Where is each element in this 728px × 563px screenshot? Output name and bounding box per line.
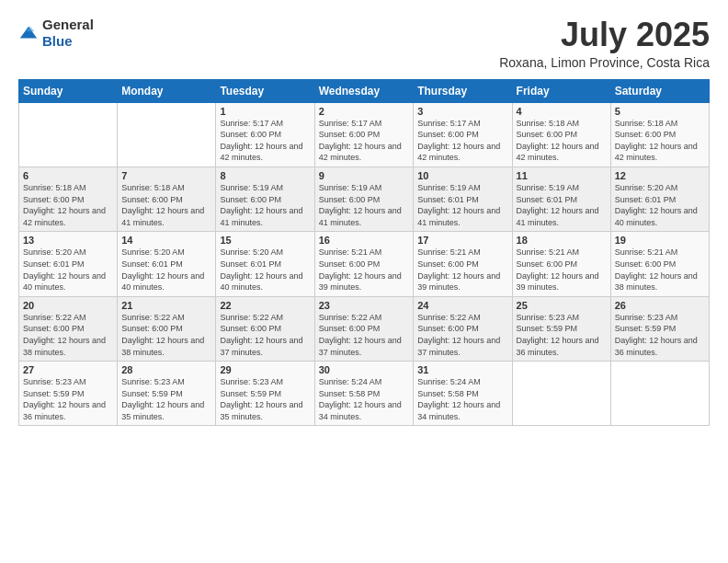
calendar-cell: 5Sunrise: 5:18 AM Sunset: 6:00 PM Daylig… [610, 102, 709, 167]
day-info: Sunrise: 5:20 AM Sunset: 6:01 PM Dayligh… [121, 247, 211, 293]
day-info: Sunrise: 5:23 AM Sunset: 5:59 PM Dayligh… [220, 376, 310, 422]
day-info: Sunrise: 5:21 AM Sunset: 6:00 PM Dayligh… [517, 247, 607, 293]
day-info: Sunrise: 5:19 AM Sunset: 6:01 PM Dayligh… [417, 182, 507, 228]
calendar-cell: 14Sunrise: 5:20 AM Sunset: 6:01 PM Dayli… [118, 232, 216, 296]
calendar-cell: 25Sunrise: 5:23 AM Sunset: 5:59 PM Dayli… [512, 296, 610, 361]
day-info: Sunrise: 5:23 AM Sunset: 5:59 PM Dayligh… [615, 312, 705, 358]
day-number: 30 [319, 364, 410, 375]
calendar-cell: 11Sunrise: 5:19 AM Sunset: 6:01 PM Dayli… [512, 167, 610, 231]
day-info: Sunrise: 5:22 AM Sunset: 6:00 PM Dayligh… [220, 312, 310, 358]
day-info: Sunrise: 5:18 AM Sunset: 6:00 PM Dayligh… [121, 182, 211, 228]
logo-blue: Blue [42, 33, 73, 49]
day-number: 10 [417, 170, 507, 181]
calendar-week-row: 27Sunrise: 5:23 AM Sunset: 5:59 PM Dayli… [19, 362, 710, 426]
calendar-cell: 26Sunrise: 5:23 AM Sunset: 5:59 PM Dayli… [610, 296, 709, 361]
calendar-cell [512, 362, 610, 426]
calendar-week-row: 1Sunrise: 5:17 AM Sunset: 6:00 PM Daylig… [19, 102, 710, 167]
day-number: 28 [121, 364, 211, 375]
logo-icon [18, 23, 39, 43]
day-info: Sunrise: 5:22 AM Sunset: 6:00 PM Dayligh… [417, 312, 507, 358]
day-number: 23 [319, 300, 410, 311]
col-saturday: Saturday [610, 79, 709, 102]
col-sunday: Sunday [19, 79, 118, 102]
day-number: 18 [517, 235, 607, 246]
calendar-cell: 10Sunrise: 5:19 AM Sunset: 6:01 PM Dayli… [414, 167, 512, 231]
day-number: 19 [615, 235, 705, 246]
day-info: Sunrise: 5:22 AM Sunset: 6:00 PM Dayligh… [23, 312, 113, 358]
calendar-cell: 3Sunrise: 5:17 AM Sunset: 6:00 PM Daylig… [414, 102, 512, 167]
calendar-cell: 30Sunrise: 5:24 AM Sunset: 5:58 PM Dayli… [314, 362, 414, 426]
logo: General Blue [18, 17, 94, 50]
day-info: Sunrise: 5:23 AM Sunset: 5:59 PM Dayligh… [121, 376, 211, 422]
day-number: 1 [220, 106, 310, 117]
day-info: Sunrise: 5:23 AM Sunset: 5:59 PM Dayligh… [517, 312, 607, 358]
day-info: Sunrise: 5:19 AM Sunset: 6:00 PM Dayligh… [319, 182, 410, 228]
day-info: Sunrise: 5:22 AM Sunset: 6:00 PM Dayligh… [121, 312, 211, 358]
calendar-header-row: Sunday Monday Tuesday Wednesday Thursday… [19, 79, 710, 102]
subtitle: Roxana, Limon Province, Costa Rica [499, 55, 710, 70]
day-number: 15 [220, 235, 310, 246]
col-friday: Friday [512, 79, 610, 102]
day-info: Sunrise: 5:22 AM Sunset: 6:00 PM Dayligh… [319, 312, 410, 358]
calendar-cell: 21Sunrise: 5:22 AM Sunset: 6:00 PM Dayli… [118, 296, 216, 361]
day-number: 4 [517, 106, 607, 117]
day-info: Sunrise: 5:19 AM Sunset: 6:01 PM Dayligh… [517, 182, 607, 228]
title-block: July 2025 Roxana, Limon Province, Costa … [499, 17, 710, 70]
day-number: 5 [615, 106, 705, 117]
col-tuesday: Tuesday [216, 79, 314, 102]
calendar-cell: 13Sunrise: 5:20 AM Sunset: 6:01 PM Dayli… [19, 232, 118, 296]
calendar-cell: 6Sunrise: 5:18 AM Sunset: 6:00 PM Daylig… [19, 167, 118, 231]
calendar-cell: 27Sunrise: 5:23 AM Sunset: 5:59 PM Dayli… [19, 362, 118, 426]
svg-marker-0 [20, 27, 37, 39]
calendar-cell [610, 362, 709, 426]
day-number: 6 [23, 170, 113, 181]
day-number: 13 [23, 235, 113, 246]
day-number: 12 [615, 170, 705, 181]
day-info: Sunrise: 5:21 AM Sunset: 6:00 PM Dayligh… [417, 247, 507, 293]
day-info: Sunrise: 5:21 AM Sunset: 6:00 PM Dayligh… [319, 247, 410, 293]
calendar-cell: 15Sunrise: 5:20 AM Sunset: 6:01 PM Dayli… [216, 232, 314, 296]
day-info: Sunrise: 5:17 AM Sunset: 6:00 PM Dayligh… [417, 118, 507, 164]
calendar-cell: 12Sunrise: 5:20 AM Sunset: 6:01 PM Dayli… [610, 167, 709, 231]
day-number: 16 [319, 235, 410, 246]
day-info: Sunrise: 5:20 AM Sunset: 6:01 PM Dayligh… [220, 247, 310, 293]
day-number: 31 [417, 364, 507, 375]
calendar-cell: 9Sunrise: 5:19 AM Sunset: 6:00 PM Daylig… [314, 167, 414, 231]
day-info: Sunrise: 5:21 AM Sunset: 6:00 PM Dayligh… [615, 247, 705, 293]
day-info: Sunrise: 5:20 AM Sunset: 6:01 PM Dayligh… [23, 247, 113, 293]
col-monday: Monday [118, 79, 216, 102]
day-number: 22 [220, 300, 310, 311]
day-info: Sunrise: 5:24 AM Sunset: 5:58 PM Dayligh… [319, 376, 410, 422]
day-info: Sunrise: 5:17 AM Sunset: 6:00 PM Dayligh… [319, 118, 410, 164]
col-thursday: Thursday [414, 79, 512, 102]
calendar-cell: 31Sunrise: 5:24 AM Sunset: 5:58 PM Dayli… [414, 362, 512, 426]
col-wednesday: Wednesday [314, 79, 414, 102]
calendar-cell: 29Sunrise: 5:23 AM Sunset: 5:59 PM Dayli… [216, 362, 314, 426]
day-number: 17 [417, 235, 507, 246]
day-info: Sunrise: 5:24 AM Sunset: 5:58 PM Dayligh… [417, 376, 507, 422]
calendar-cell: 16Sunrise: 5:21 AM Sunset: 6:00 PM Dayli… [314, 232, 414, 296]
calendar-cell: 20Sunrise: 5:22 AM Sunset: 6:00 PM Dayli… [19, 296, 118, 361]
calendar-cell: 22Sunrise: 5:22 AM Sunset: 6:00 PM Dayli… [216, 296, 314, 361]
page: General Blue July 2025 Roxana, Limon Pro… [0, 0, 728, 563]
day-info: Sunrise: 5:18 AM Sunset: 6:00 PM Dayligh… [23, 182, 113, 228]
calendar-cell: 23Sunrise: 5:22 AM Sunset: 6:00 PM Dayli… [314, 296, 414, 361]
calendar-cell [118, 102, 216, 167]
day-number: 21 [121, 300, 211, 311]
day-number: 25 [517, 300, 607, 311]
day-number: 7 [121, 170, 211, 181]
day-number: 2 [319, 106, 410, 117]
day-info: Sunrise: 5:18 AM Sunset: 6:00 PM Dayligh… [615, 118, 705, 164]
day-number: 27 [23, 364, 113, 375]
calendar-cell: 2Sunrise: 5:17 AM Sunset: 6:00 PM Daylig… [314, 102, 414, 167]
day-number: 14 [121, 235, 211, 246]
day-info: Sunrise: 5:19 AM Sunset: 6:00 PM Dayligh… [220, 182, 310, 228]
calendar-cell: 18Sunrise: 5:21 AM Sunset: 6:00 PM Dayli… [512, 232, 610, 296]
calendar-cell: 24Sunrise: 5:22 AM Sunset: 6:00 PM Dayli… [414, 296, 512, 361]
day-number: 11 [517, 170, 607, 181]
logo-general: General [42, 17, 94, 32]
main-title: July 2025 [499, 17, 710, 53]
calendar-week-row: 13Sunrise: 5:20 AM Sunset: 6:01 PM Dayli… [19, 232, 710, 296]
day-info: Sunrise: 5:20 AM Sunset: 6:01 PM Dayligh… [615, 182, 705, 228]
calendar-cell: 7Sunrise: 5:18 AM Sunset: 6:00 PM Daylig… [118, 167, 216, 231]
